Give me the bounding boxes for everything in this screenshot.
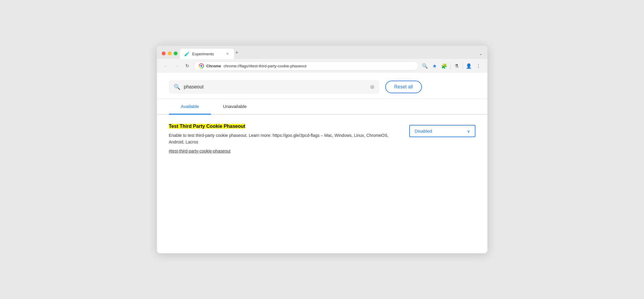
toolbar-divider-2: [462, 63, 463, 69]
search-icon: 🔍: [174, 84, 180, 90]
main-content: 🔍 ⊗ Reset all Available Unavailable Test…: [157, 73, 487, 253]
maximize-traffic-light[interactable]: [174, 51, 178, 55]
title-bar: 🧪 Experiments ✕ + ⌄: [157, 46, 487, 59]
svg-point-0: [200, 65, 202, 67]
flags-content: Test Third Party Cookie Phaseout Enable …: [157, 115, 487, 163]
minimize-traffic-light[interactable]: [168, 51, 172, 55]
bookmark-button[interactable]: ★: [430, 62, 439, 70]
tab-expand-icon[interactable]: ⌄: [479, 51, 483, 59]
browser-tab-experiments[interactable]: 🧪 Experiments ✕: [180, 49, 234, 59]
url-display: chrome://flags/#test-third-party-cookie-…: [224, 64, 414, 68]
experiments-button[interactable]: ⚗: [452, 62, 461, 70]
tab-label: Experiments: [192, 52, 223, 56]
flag-select-value: Disabled: [415, 128, 432, 134]
close-traffic-light[interactable]: [162, 51, 166, 55]
content-tabs: Available Unavailable: [157, 99, 487, 115]
flag-select-dropdown[interactable]: Disabled ∨: [409, 125, 475, 137]
traffic-lights: [162, 51, 178, 59]
tab-unavailable[interactable]: Unavailable: [211, 99, 258, 115]
toolbar-divider: [450, 63, 450, 69]
menu-button[interactable]: ⋮: [474, 62, 483, 70]
tab-bar: 🧪 Experiments ✕ + ⌄: [180, 49, 483, 59]
toolbar-icons: 🔍 ★ 🧩 ⚗ 👤 ⋮: [421, 62, 483, 70]
flag-title: Test Third Party Cookie Phaseout: [169, 124, 397, 129]
flag-info: Test Third Party Cookie Phaseout Enable …: [169, 124, 397, 154]
account-button[interactable]: 👤: [465, 62, 473, 70]
refresh-button[interactable]: ↻: [183, 62, 192, 70]
forward-button[interactable]: →: [172, 62, 181, 70]
tab-icon: 🧪: [184, 51, 190, 57]
search-input[interactable]: [184, 84, 366, 90]
address-bar[interactable]: Chrome chrome://flags/#test-third-party-…: [194, 61, 418, 70]
toolbar: ← → ↻ Chrome chrome://flags/#test-third-…: [157, 59, 487, 73]
browser-window: 🧪 Experiments ✕ + ⌄ ← → ↻ Chrome chrome:…: [157, 46, 487, 253]
new-tab-button[interactable]: +: [234, 50, 242, 59]
chrome-site-label: Chrome: [206, 64, 221, 68]
zoom-button[interactable]: 🔍: [421, 62, 429, 70]
flag-control: Disabled ∨: [409, 125, 475, 137]
chrome-logo-icon: [199, 63, 204, 69]
tab-close-button[interactable]: ✕: [225, 51, 230, 56]
extensions-button[interactable]: 🧩: [440, 62, 448, 70]
flag-item: Test Third Party Cookie Phaseout Enable …: [169, 124, 475, 154]
back-button[interactable]: ←: [162, 62, 170, 70]
search-box: 🔍 ⊗: [169, 80, 379, 94]
flag-description: Enable to test third-party cookie phaseo…: [169, 132, 397, 146]
tab-available[interactable]: Available: [169, 99, 211, 115]
flag-link[interactable]: #test-third-party-cookie-phaseout: [169, 149, 230, 153]
search-area: 🔍 ⊗ Reset all: [157, 73, 487, 99]
search-clear-button[interactable]: ⊗: [370, 84, 374, 90]
chevron-down-icon: ∨: [467, 129, 470, 134]
reset-all-button[interactable]: Reset all: [385, 81, 422, 93]
